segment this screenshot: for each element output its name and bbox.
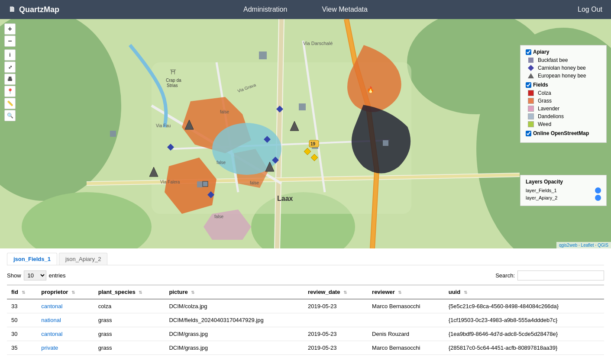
opacity-title: Layers Opacity bbox=[526, 179, 601, 185]
info-button[interactable]: i bbox=[4, 49, 16, 61]
legend-european: European honey bee bbox=[526, 72, 601, 79]
sort-date-icon: ⇅ bbox=[343, 290, 347, 295]
measure-button[interactable]: 📏 bbox=[4, 98, 16, 109]
svg-text:Via Darschalé: Via Darschalé bbox=[303, 41, 333, 46]
svg-rect-25 bbox=[383, 140, 388, 146]
nav-administration[interactable]: Administration bbox=[243, 6, 287, 13]
logout-button[interactable]: Log Out bbox=[454, 6, 602, 13]
cell-reviewer: Denis Rouzard bbox=[368, 327, 444, 341]
col-review-date[interactable]: review_date ⇅ bbox=[304, 285, 368, 300]
svg-text:Crap da: Crap da bbox=[166, 78, 181, 83]
legend-grass: Grass bbox=[526, 97, 601, 104]
cell-fid: 50 bbox=[7, 313, 37, 327]
sort-fid-icon: ⇅ bbox=[22, 290, 25, 295]
legend-apiary-title: Apiary bbox=[526, 49, 601, 55]
cell-uuid: {1ea9bdf9-8646-4d7d-adc8-5cde5d28478e} bbox=[444, 327, 604, 341]
legend-carniolan: Carniolan honey bee bbox=[526, 64, 601, 71]
apiary-checkbox[interactable] bbox=[526, 49, 531, 55]
search-input[interactable] bbox=[517, 271, 604, 280]
cell-reviewer bbox=[368, 313, 444, 327]
search-map-button[interactable]: 🔍 bbox=[4, 110, 16, 121]
cell-review_date: 2019-05-23 bbox=[304, 327, 368, 341]
leaflet-link[interactable]: Leaflet bbox=[581, 243, 594, 248]
cell-plant_species: colza bbox=[94, 299, 165, 313]
tab-json-fields[interactable]: json_Fields_1 bbox=[7, 253, 57, 265]
sort-proprietor-icon: ⇅ bbox=[71, 290, 75, 295]
entries-select[interactable]: 10 25 50 100 bbox=[24, 271, 46, 280]
col-fid[interactable]: fid ⇅ bbox=[7, 285, 37, 300]
qgis-link[interactable]: QGIS bbox=[598, 243, 608, 248]
legend-osm-section: Online OpenStreetMap bbox=[526, 130, 601, 136]
qgis2web-link[interactable]: qgis2web bbox=[559, 243, 577, 248]
cell-fid: 33 bbox=[7, 299, 37, 313]
cell-reviewer: Marco Bernasocchi bbox=[368, 341, 444, 355]
logo-text: QuartzMap bbox=[19, 5, 59, 14]
opacity-row-fields: layer_Fields_1 bbox=[526, 187, 601, 193]
legend-weed: Weed bbox=[526, 121, 601, 128]
col-reviewer[interactable]: reviewer ⇅ bbox=[368, 285, 444, 300]
nav-view-metadata[interactable]: View Metadata bbox=[322, 6, 368, 13]
legend-dandelions: Dandelions bbox=[526, 113, 601, 120]
svg-text:false: false bbox=[214, 214, 224, 219]
cell-proprietor: national bbox=[37, 313, 94, 327]
svg-text:false: false bbox=[220, 110, 230, 114]
cell-picture: DCIM/grass.jpg bbox=[165, 327, 304, 341]
expand-button[interactable]: ⤢ bbox=[4, 61, 16, 73]
logo: 🗎 QuartzMap bbox=[9, 5, 157, 14]
tab-json-apiary[interactable]: json_Apiary_2 bbox=[59, 253, 107, 265]
search-box: Search: bbox=[495, 271, 604, 280]
cell-proprietor: private bbox=[37, 341, 94, 355]
svg-text:false: false bbox=[217, 160, 226, 165]
cell-proprietor: cantonal bbox=[37, 299, 94, 313]
col-uuid[interactable]: uuid ⇅ bbox=[444, 285, 604, 300]
map-svg: Laax false false false false Via Grava V… bbox=[0, 19, 611, 248]
legend-colza: Colza bbox=[526, 90, 601, 97]
lavender-symbol bbox=[527, 105, 534, 112]
cell-reviewer: Marco Bernasocchi bbox=[368, 299, 444, 313]
tabs-container: json_Fields_1 json_Apiary_2 bbox=[7, 253, 604, 265]
legend-apiary-section: Apiary Buckfast bee Carniolan honey bee … bbox=[526, 49, 601, 79]
print-button[interactable]: 🖶 bbox=[4, 74, 16, 85]
cell-fid: 35 bbox=[7, 341, 37, 355]
legend-lavender: Lavender bbox=[526, 105, 601, 112]
logo-icon: 🗎 bbox=[9, 6, 16, 13]
table-row: 50nationalgrassDCIM/fields_2024040317044… bbox=[7, 313, 604, 327]
legend-panel: Apiary Buckfast bee Carniolan honey bee … bbox=[520, 45, 607, 143]
app-header: 🗎 QuartzMap Administration View Metadata… bbox=[0, 0, 611, 19]
col-proprietor[interactable]: proprietor ⇅ bbox=[37, 285, 94, 300]
table-row: 35privategrassDCIM/grass.jpg2019-05-23Ma… bbox=[7, 341, 604, 355]
col-picture[interactable]: picture ⇅ bbox=[165, 285, 304, 300]
cell-plant_species: grass bbox=[94, 341, 165, 355]
svg-text:Via Fau: Via Fau bbox=[156, 123, 171, 128]
sort-uuid-icon: ⇅ bbox=[464, 290, 467, 295]
opacity-row-apiary: layer_Apiary_2 bbox=[526, 195, 601, 201]
svg-rect-20 bbox=[259, 52, 267, 59]
cell-picture: DCIM/fields_20240403170447929.jpg bbox=[165, 313, 304, 327]
location-button[interactable]: 📍 bbox=[4, 86, 16, 97]
entries-label: entries bbox=[49, 272, 66, 279]
opacity-dot-fields bbox=[595, 187, 601, 193]
cell-uuid: {285817c0-5c64-4451-acfb-80897818aa39} bbox=[444, 341, 604, 355]
osm-checkbox[interactable] bbox=[526, 131, 531, 136]
svg-text:🔥: 🔥 bbox=[367, 86, 375, 93]
opacity-label-apiary: layer_Apiary_2 bbox=[526, 195, 592, 200]
svg-text:Laax: Laax bbox=[277, 195, 293, 202]
zoom-out-button[interactable]: − bbox=[4, 35, 16, 47]
map-container[interactable]: Laax false false false false Via Grava V… bbox=[0, 19, 611, 248]
carniolan-symbol bbox=[527, 64, 534, 71]
cell-plant_species: grass bbox=[94, 327, 165, 341]
map-controls: + − i ⤢ 🖶 📍 📏 🔍 bbox=[4, 23, 16, 121]
opacity-dot-apiary bbox=[595, 195, 601, 201]
weed-symbol bbox=[527, 121, 534, 128]
svg-text:false: false bbox=[250, 180, 259, 185]
fields-checkbox[interactable] bbox=[526, 82, 531, 88]
table-controls: Show 10 25 50 100 entries Search: bbox=[7, 271, 604, 280]
european-symbol bbox=[527, 72, 534, 79]
col-plant-species[interactable]: plant_species ⇅ bbox=[94, 285, 165, 300]
zoom-in-button[interactable]: + bbox=[4, 23, 16, 35]
show-label: Show bbox=[7, 272, 21, 279]
legend-fields-section: Fields Colza Grass Lavender bbox=[526, 82, 601, 128]
cell-review_date bbox=[304, 313, 368, 327]
colza-symbol bbox=[527, 90, 534, 97]
opacity-panel: Layers Opacity layer_Fields_1 layer_Apia… bbox=[520, 175, 607, 206]
